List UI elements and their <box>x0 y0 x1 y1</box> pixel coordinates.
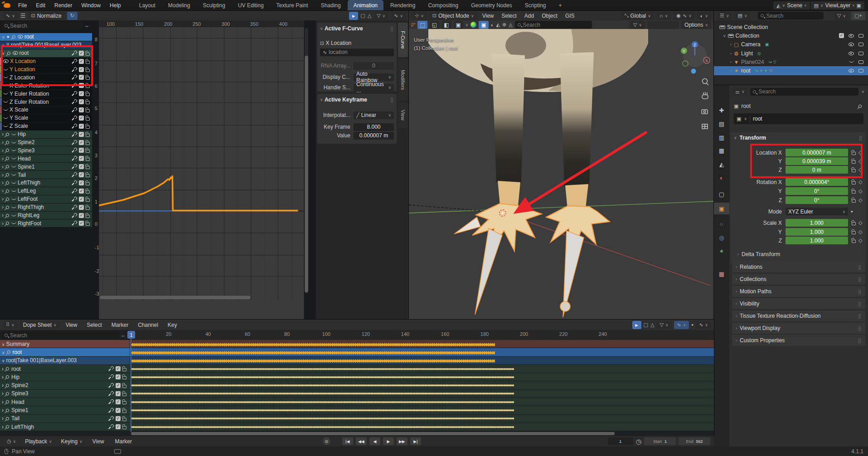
select-mode-2[interactable]: ◱ <box>430 21 439 29</box>
eye-closed-icon[interactable] <box>11 205 16 208</box>
select-mode-4[interactable]: ▣ <box>454 21 463 29</box>
modifier-icon[interactable] <box>72 59 77 64</box>
dope-channel-row[interactable]: root|Take 001|BaseLayer.003 ◆◆◆◆◆◆◆◆◆◆◆◆… <box>0 357 714 364</box>
collapsed-panel[interactable]: ›Motion Paths⣿ <box>732 286 865 297</box>
viewport-menu[interactable]: Add <box>522 10 537 21</box>
graph-channel-row[interactable]: ✦ ⠿ root <box>0 49 92 57</box>
mode-dropdown[interactable]: ⊡Object Mode∨ <box>429 12 477 20</box>
lock-icon[interactable] <box>86 134 90 137</box>
eye-closed-icon[interactable] <box>11 148 16 151</box>
modifier-icon[interactable] <box>109 383 114 388</box>
delta-transform-toggle[interactable]: ›Delta Transform <box>737 251 780 257</box>
sidebar-tab[interactable]: View <box>398 102 408 128</box>
scene-selector[interactable]: ◭∨Scene× <box>773 1 810 10</box>
current-frame-badge[interactable]: 1 <box>127 331 135 339</box>
dope-channel-row[interactable]: Spine2 ◆◆◆◆◆◆◆◆◆◆◆◆◆◆◆◆◆◆◆◆◆◆◆◆◆◆◆◆◆◆◆◆◆… <box>0 381 714 389</box>
hidden-viewport-icon[interactable] <box>849 60 854 63</box>
filter-type-dropdown[interactable]: ▤∨ <box>734 12 750 20</box>
collection-checkbox[interactable] <box>839 33 844 38</box>
lock-icon[interactable] <box>86 93 90 96</box>
modifier-icon[interactable] <box>109 424 114 429</box>
workspace-tab[interactable]: Compositing <box>422 0 464 11</box>
graph-channel-row[interactable]: ✦ ⠿ Hip <box>0 131 92 138</box>
lock-icon[interactable] <box>122 385 126 388</box>
lock-icon[interactable] <box>852 169 856 172</box>
eye-closed-icon[interactable] <box>11 213 16 216</box>
lock-icon[interactable] <box>122 401 126 404</box>
eye-closed-icon[interactable] <box>3 124 8 127</box>
bird-leg-left[interactable] <box>492 53 525 183</box>
outliner-filter-button[interactable]: ▽∨ <box>834 12 849 20</box>
keyframes[interactable]: ◆◆◆◆◆◆◆◆◆◆◆◆◆◆◆◆◆◆◆◆◆◆◆◆◆◆◆◆◆◆◆◆◆◆◆◆◆◆◆◆… <box>131 358 495 363</box>
xray-icon[interactable]: ◭ <box>496 22 499 28</box>
expand-icon[interactable] <box>2 179 4 186</box>
modifier-icon[interactable] <box>72 132 77 137</box>
menus-collapsed-icon[interactable]: ☰ <box>20 12 26 19</box>
lock-icon[interactable] <box>86 199 90 202</box>
frame-start-field[interactable]: Start1 <box>644 437 676 445</box>
enable-checkbox[interactable] <box>79 91 84 96</box>
modifier-icon[interactable] <box>72 83 77 88</box>
expand-icon[interactable] <box>2 131 4 137</box>
outliner-row[interactable]: › ▼ Plane024 ↪ ▽ <box>714 58 868 66</box>
graph-channel-row[interactable]: ✦ ⠿ X Euler Rotation <box>0 82 92 89</box>
pin-icon[interactable] <box>5 221 10 226</box>
transform-panel-title[interactable]: Transform <box>740 135 766 141</box>
properties-tab[interactable]: ○ <box>714 218 729 230</box>
disable-render-icon[interactable] <box>858 43 863 46</box>
keyframe-diamond-icon[interactable]: ◇ <box>858 229 862 235</box>
eye-open-icon[interactable] <box>18 35 23 39</box>
transport-button[interactable]: ▶| <box>410 437 421 445</box>
outliner-row[interactable]: Scene Collection <box>714 23 868 31</box>
workspace-tab[interactable]: Animation <box>348 0 383 11</box>
graph-channel-row[interactable]: ✦ ⠿ root <box>0 33 92 41</box>
pivot-dropdown[interactable]: ◐∨ <box>697 12 711 20</box>
viewlayer-selector[interactable]: ▤∨ViewLayer×▣ <box>811 1 864 10</box>
enable-checkbox[interactable] <box>79 156 84 161</box>
expand-icon[interactable] <box>2 212 4 218</box>
lock-icon[interactable] <box>86 101 90 104</box>
properties-tab[interactable]: ◎ <box>714 232 729 243</box>
modifier-icon[interactable] <box>72 67 77 72</box>
modifier-icon[interactable] <box>72 148 77 153</box>
graph-channel-row[interactable]: ✦ ⠿ Y Scale <box>0 114 92 122</box>
outliner-row[interactable]: › ◍ Light ◎ <box>714 49 868 58</box>
lock-icon[interactable] <box>86 61 90 64</box>
keyframe-track[interactable]: ◆◆◆◆◆◆◆◆◆◆◆◆◆◆◆◆◆◆◆◆◆◆◆◆◆◆◆◆◆◆◆◆◆◆◆◆◆◆◆◆… <box>129 340 714 348</box>
auto-key-record-button[interactable]: ⊙ <box>323 437 330 445</box>
lock-icon[interactable] <box>86 109 90 112</box>
transport-button[interactable]: ◀◀ <box>356 437 367 445</box>
modifier-icon[interactable] <box>72 99 77 104</box>
modifier-icon[interactable] <box>109 374 114 379</box>
graph-channel-row[interactable]: ✦ ⠿ Head <box>0 155 92 162</box>
properties-tab[interactable]: ▤ <box>714 118 729 130</box>
blender-logo-icon[interactable] <box>4 3 10 8</box>
hide-viewport-icon[interactable] <box>849 69 854 73</box>
properties-tab[interactable]: ✚ <box>714 104 729 116</box>
location-value-field[interactable]: 0.000039 m <box>786 157 848 165</box>
lock-icon[interactable] <box>852 240 856 243</box>
graph-channel-row[interactable]: ✦ ⠿ Spine2 <box>0 139 92 146</box>
keyframes[interactable]: ◆◆◆◆◆◆◆◆◆◆◆◆◆◆◆◆◆◆◆◆◆◆◆◆◆◆◆◆◆◆◆◆◆◆◆◆◆◆◆◆… <box>131 349 495 354</box>
graph-channel-row[interactable]: ✦ ⠿ Z Location <box>0 73 92 81</box>
eye-closed-icon[interactable] <box>11 181 16 184</box>
keyframes[interactable]: ◆◆◆◆◆◆◆◆◆◆◆◆◆◆◆◆◆◆◆◆◆◆◆◆◆◆◆◆◆◆◆◆◆◆◆◆◆◆◆◆… <box>131 341 495 346</box>
expand-icon[interactable] <box>2 366 4 372</box>
keyframe-frame-field[interactable]: 8.000 <box>354 123 394 131</box>
eye-closed-icon[interactable] <box>11 197 16 200</box>
pin-icon[interactable] <box>5 165 10 169</box>
mode-dropdown[interactable]: Dope Sheet∨ <box>20 321 60 329</box>
pin-icon[interactable] <box>6 51 11 55</box>
expand-icon[interactable] <box>2 374 4 380</box>
dope-channel-row[interactable]: root ◆◆◆◆◆◆◆◆◆◆◆◆◆◆◆◆◆◆◆◆◆◆◆◆◆◆◆◆◆◆◆◆◆◆◆… <box>0 365 714 373</box>
collapsed-panel[interactable]: ›Viewport Display⣿ <box>732 323 865 334</box>
modifier-icon[interactable] <box>72 205 77 210</box>
overlay-icon[interactable]: ◐ <box>491 22 494 28</box>
eye-closed-icon[interactable] <box>11 156 16 159</box>
properties-editor-icon[interactable]: ⚌∨ <box>732 87 747 96</box>
expand-icon[interactable] <box>2 34 5 40</box>
pin-icon[interactable] <box>5 400 10 404</box>
options-dropdown[interactable]: Options∨ <box>681 21 711 29</box>
eye-open-icon[interactable] <box>3 59 9 63</box>
sidebar-tab[interactable]: Modifiers <box>398 59 408 101</box>
